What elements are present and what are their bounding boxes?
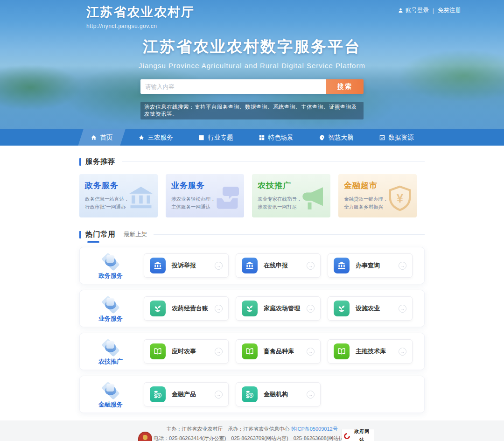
service-item[interactable]: 应时农事 → [144,339,229,364]
service-item-label: 农药经营台账 [172,304,209,313]
service-category: 金融服务 [87,380,134,409]
service-item[interactable]: 在线申报 → [236,253,321,278]
footer-phone-line: 电话：025-86263414(厅办公室) 025-86263709(网站内容)… [0,434,504,441]
recommend-card[interactable]: 政务服务 政务信息一站直达， 行政审批“一网通办 [79,174,158,217]
category-label: 政务服务 [98,272,123,280]
service-item[interactable]: 金融机构 → [236,382,321,406]
recommend-card-desc: 涉农业务轻松办理， 主体服务一网通达 [171,195,238,211]
service-row: 农技推广 应时农事 → [79,333,425,370]
service-item-icon [150,343,166,359]
site-url: http://nynct.jiangsu.gov.cn [86,23,195,29]
register-label: 免费注册 [438,7,461,14]
service-items: 农药经营台账 → 家庭农场管理 → [144,296,417,321]
service-item[interactable]: 设施农业 → [328,296,413,321]
nav-item[interactable]: 智慧大脑 [306,129,366,146]
login-link[interactable]: 账号登录 [398,7,429,14]
recommend-card-title: 金融超市 [344,180,411,191]
vertical-divider [136,340,136,363]
vertical-divider [136,297,136,320]
recommend-card[interactable]: 业务服务 涉农业务轻松办理， 主体服务一网通达 [166,174,244,217]
service-item-icon [334,301,350,316]
category-3d-icon [98,294,123,313]
nav-item-label: 特色场景 [268,133,294,142]
service-item-icon [150,301,166,316]
arrow-circle-icon: → [215,262,223,270]
nav-item-label: 智慧大脑 [329,133,354,142]
platform-subtitle: Jiangsu Province Agricultural and Rural … [0,62,504,70]
service-item[interactable]: 主推技术库 → [328,339,413,364]
vertical-divider [136,254,136,277]
search-hint: 涉农信息在线搜索：支持平台服务查询、数据查询、系统查询、主体查询、证照查询及农技… [140,102,364,119]
arrow-circle-icon: → [215,348,223,356]
nav-item-icon [259,134,265,141]
recommend-title: 服务推荐 [85,157,115,167]
recommend-section-header: 服务推荐 [79,157,425,167]
recommend-card-desc: 农业专家在线指导， 涉农资讯一网打尽 [258,195,325,211]
nav-item-icon [91,134,97,141]
service-item[interactable]: 畜禽品种库 → [236,339,321,364]
site-title: 江苏省农业农村厅 [86,4,195,21]
nav-item[interactable]: 行业专题 [186,129,246,146]
login-label: 账号登录 [406,7,429,14]
service-items: 应时农事 → 畜禽品种库 → [144,339,417,364]
service-category: 政务服务 [87,252,134,280]
recommend-card-desc: 金融贷款一键办理， 全力服务乡村振兴 [344,195,411,211]
nav-item[interactable]: 三农服务 [126,129,186,146]
nav-item[interactable]: 数据资源 [366,129,427,146]
category-label: 农技推广 [98,357,123,366]
service-item-icon [242,343,258,359]
site-brand: 江苏省农业农村厅 http://nynct.jiangsu.gov.cn [86,4,195,29]
arrow-circle-icon: → [307,348,315,356]
arrow-circle-icon: → [399,262,406,270]
search-input[interactable] [140,79,326,94]
register-link[interactable]: 免费注册 [438,7,461,14]
divider: | [433,7,434,14]
nav-item-icon [138,134,145,141]
nav-item[interactable]: 特色场景 [246,129,306,146]
nav-item-label: 三农服务 [148,133,173,142]
recommend-card-title: 农技推广 [258,180,325,191]
search-bar: 搜索 [140,79,364,94]
main-nav: 首页 三农服务 行业专题 特色场景 智慧大脑 [0,129,504,146]
category-3d-icon [98,337,123,356]
service-item-label: 投诉举报 [172,261,209,270]
service-item-icon [242,258,258,273]
service-item-label: 应时农事 [172,347,209,356]
nav-item-label: 首页 [100,133,113,142]
recommend-card[interactable]: 农技推广 农业专家在线指导， 涉农资讯一网打尽 [252,174,330,217]
icp-link[interactable]: 苏ICP备05009012号 [291,426,337,432]
service-item-icon [242,301,258,316]
service-item[interactable]: 农药经营台账 → [144,296,229,321]
vertical-divider [136,383,136,406]
service-category: 农技推广 [87,337,134,366]
recommend-card-title: 业务服务 [171,180,238,191]
nav-item-icon [319,134,325,141]
service-item[interactable]: 家庭农场管理 → [236,296,321,321]
tab-hot-common[interactable]: 热门常用 [85,230,115,239]
service-item[interactable]: 办事查询 → [328,253,413,278]
service-item[interactable]: 金融产品 → [144,382,229,406]
search-button[interactable]: 搜索 [326,79,364,94]
section-accent-bar [79,231,81,238]
category-3d-icon [98,252,123,270]
nav-item-label: 数据资源 [389,133,414,142]
section-divider-line [154,234,425,235]
top-bar: 江苏省农业农村厅 http://nynct.jiangsu.gov.cn 账号登… [0,0,504,26]
gov-badge-icon [343,432,351,440]
service-row: 政务服务 投诉举报 → [79,247,425,284]
gov-website-badge[interactable]: 政府网站 [342,429,374,441]
service-item[interactable]: 投诉举报 → [144,253,229,278]
arrow-circle-icon: → [307,262,315,270]
service-item-label: 办事查询 [356,261,392,270]
service-item-label: 家庭农场管理 [264,304,301,313]
gov-badge-label: 政府网站 [352,427,372,441]
nav-item[interactable]: 首页 [78,129,126,146]
recommend-cards: 政务服务 政务信息一站直达， 行政审批“一网通办 业务服务 涉农业务轻松办理， … [79,174,425,217]
service-row: 业务服务 农药经营台账 → [79,290,425,327]
recommend-card[interactable]: 金融超市 金融贷款一键办理， 全力服务乡村振兴 [338,174,417,217]
arrow-circle-icon: → [399,348,406,356]
hot-section-header: 热门常用 最新上架 [79,230,425,239]
service-item-icon [150,258,166,273]
service-items: 投诉举报 → 在线申报 → [144,253,417,278]
tab-newly-added[interactable]: 最新上架 [124,231,147,238]
